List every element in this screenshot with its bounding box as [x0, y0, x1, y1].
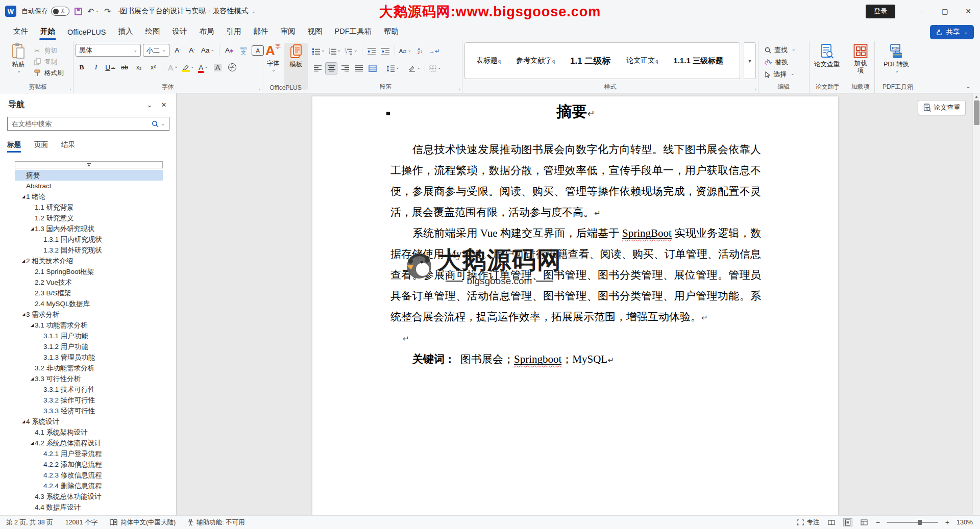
- align-right-button[interactable]: [339, 62, 351, 74]
- nav-heading-item[interactable]: 3.2 非功能需求分析: [15, 363, 163, 373]
- word-count[interactable]: 12081 个字: [65, 518, 97, 527]
- select-button[interactable]: 选择: [765, 68, 809, 81]
- nav-heading-item[interactable]: 2.3 B/S框架: [15, 288, 163, 298]
- nav-heading-item[interactable]: 3.3.3 经济可行性: [15, 406, 163, 416]
- nav-heading-item[interactable]: 3.3.1 技术可行性: [15, 384, 163, 395]
- collapse-triangle-icon[interactable]: ◢: [30, 226, 35, 231]
- font-color-button[interactable]: A: [198, 61, 210, 73]
- read-mode-button[interactable]: [827, 518, 836, 526]
- zoom-out-button[interactable]: −: [876, 518, 880, 526]
- tab-home[interactable]: 开始: [34, 23, 61, 41]
- grow-font-button[interactable]: Aˆ: [172, 44, 184, 57]
- focus-mode-button[interactable]: 专注: [797, 518, 820, 527]
- collapse-triangle-icon[interactable]: ◢: [30, 441, 35, 445]
- nav-heading-item[interactable]: ◢2 相关技术介绍: [15, 256, 163, 266]
- enclose-characters-button[interactable]: 字: [226, 61, 238, 73]
- tab-help[interactable]: 帮助: [378, 23, 405, 41]
- scrollbar-thumb[interactable]: [974, 100, 979, 125]
- font-dialog-launcher-icon[interactable]: ⌟: [258, 86, 260, 91]
- zoom-slider[interactable]: [887, 522, 938, 523]
- nav-heading-item[interactable]: 4.2.3 修改信息流程: [15, 470, 163, 481]
- tab-draw[interactable]: 绘图: [139, 23, 166, 41]
- nav-tab-headings[interactable]: 标题: [7, 140, 21, 153]
- nav-heading-item[interactable]: ◢1 绪论: [15, 191, 163, 202]
- pdf-convert-button[interactable]: PDF PDF转换: [883, 44, 910, 74]
- undo-button[interactable]: ↶: [87, 7, 99, 16]
- show-marks-button[interactable]: →↵: [428, 45, 441, 57]
- nav-heading-item[interactable]: 3.1.2 用户功能: [15, 341, 163, 352]
- maximize-button[interactable]: ▢: [933, 0, 957, 22]
- nav-heading-item[interactable]: 4.2.1 用户登录流程: [15, 448, 163, 459]
- nav-heading-item[interactable]: ◢1.3 国内外研究现状: [15, 223, 163, 234]
- shrink-font-button[interactable]: Aˇ: [186, 44, 198, 57]
- increase-indent-button[interactable]: [379, 45, 391, 57]
- nav-heading-item[interactable]: Abstract: [15, 181, 163, 191]
- tab-insert[interactable]: 插入: [112, 23, 139, 41]
- justify-button[interactable]: [353, 62, 365, 74]
- style-item-table-title[interactable]: 表标题q: [476, 56, 501, 65]
- collapse-triangle-icon[interactable]: ◢: [21, 419, 26, 424]
- scrollbar-up-icon[interactable]: ▲: [973, 94, 980, 99]
- distribute-button[interactable]: [366, 62, 379, 74]
- underline-button[interactable]: U: [104, 61, 116, 73]
- proofing-status[interactable]: 简体中文(中国大陆): [110, 518, 176, 527]
- login-button[interactable]: 登录: [866, 5, 895, 18]
- styles-dialog-launcher-icon[interactable]: ⌟: [754, 86, 756, 91]
- style-item-reference[interactable]: 参考文献字q: [516, 56, 555, 65]
- share-button[interactable]: 共享: [930, 25, 974, 39]
- collapse-triangle-icon[interactable]: ◢: [21, 259, 26, 263]
- bullets-button[interactable]: [311, 45, 326, 57]
- nav-heading-item[interactable]: 4.3 系统总体功能设计: [15, 491, 163, 502]
- autosave-control[interactable]: 自动保存 关: [21, 7, 69, 16]
- navigation-search-box[interactable]: [7, 117, 169, 131]
- nav-heading-item[interactable]: 3.1.3 管理员功能: [15, 352, 163, 363]
- align-center-button[interactable]: [325, 62, 337, 74]
- nav-tab-results[interactable]: 结果: [61, 140, 75, 153]
- style-item-heading2[interactable]: 1.1 二级标: [570, 55, 611, 67]
- autosave-toggle[interactable]: 关: [51, 7, 69, 16]
- cut-button[interactable]: ✂剪切: [33, 45, 64, 56]
- styles-gallery-more-button[interactable]: ▾: [744, 42, 756, 79]
- phonetic-guide-button[interactable]: wén文: [237, 44, 250, 57]
- italic-button[interactable]: I: [90, 61, 102, 73]
- sort-button[interactable]: AZ↓: [414, 45, 426, 57]
- tab-officeplus[interactable]: OfficePLUS: [61, 24, 112, 41]
- zoom-level[interactable]: 130%: [957, 519, 973, 526]
- bold-button[interactable]: B: [76, 61, 88, 73]
- tab-pdf-toolbox[interactable]: PDF工具箱: [329, 23, 378, 41]
- minimize-button[interactable]: —: [910, 0, 933, 22]
- nav-heading-item[interactable]: 1.2 研究意义: [15, 213, 163, 223]
- nav-tab-pages[interactable]: 页面: [34, 140, 48, 153]
- style-item-heading3[interactable]: 1.1.1 三级标题: [673, 56, 724, 66]
- page-indicator[interactable]: 第 2 页, 共 38 页: [6, 518, 53, 527]
- align-left-button[interactable]: [311, 62, 324, 74]
- character-shading-button[interactable]: A: [212, 61, 224, 73]
- collapse-triangle-icon[interactable]: ◢: [21, 312, 26, 317]
- nav-heading-item[interactable]: 4.4 数据库设计: [15, 502, 163, 513]
- shading-button[interactable]: [407, 62, 422, 74]
- find-button[interactable]: 查找: [765, 44, 809, 56]
- decrease-indent-button[interactable]: [365, 45, 378, 57]
- nav-heading-item[interactable]: 4.2.2 添加信息流程: [15, 459, 163, 470]
- navigation-options-chevron-icon[interactable]: ⌄: [142, 101, 157, 109]
- nav-heading-item[interactable]: 4.1 系统架构设计: [15, 427, 163, 438]
- text-highlight-button[interactable]: [181, 61, 195, 73]
- web-layout-button[interactable]: [860, 518, 869, 526]
- clear-formatting-button[interactable]: A◆: [223, 44, 235, 57]
- scroll-to-top-bar[interactable]: [15, 161, 163, 168]
- redo-button[interactable]: ↷: [104, 7, 111, 16]
- collapse-triangle-icon[interactable]: ◢: [21, 194, 26, 199]
- tab-layout[interactable]: 布局: [193, 23, 220, 41]
- document-page[interactable]: 摘要↵ 信息技术快速发展推动图书展会向数字化方向转型。线下图书展会依靠人 工操作…: [312, 96, 838, 515]
- paper-check-button[interactable]: 论文查重: [814, 44, 840, 68]
- nav-heading-item[interactable]: 3.1.1 用户功能: [15, 331, 163, 341]
- nav-heading-item[interactable]: 1.1 研究背景: [15, 202, 163, 213]
- font-name-select[interactable]: 黑体: [76, 44, 141, 57]
- officeplus-templates-button[interactable]: 模板: [284, 43, 308, 90]
- tab-design[interactable]: 设计: [166, 23, 193, 41]
- paste-button[interactable]: 粘贴: [5, 43, 32, 74]
- paragraph-dialog-launcher-icon[interactable]: ⌟: [458, 86, 460, 91]
- clipboard-dialog-launcher-icon[interactable]: ⌟: [69, 86, 71, 91]
- zoom-in-button[interactable]: +: [945, 518, 949, 526]
- tab-references[interactable]: 引用: [220, 23, 248, 41]
